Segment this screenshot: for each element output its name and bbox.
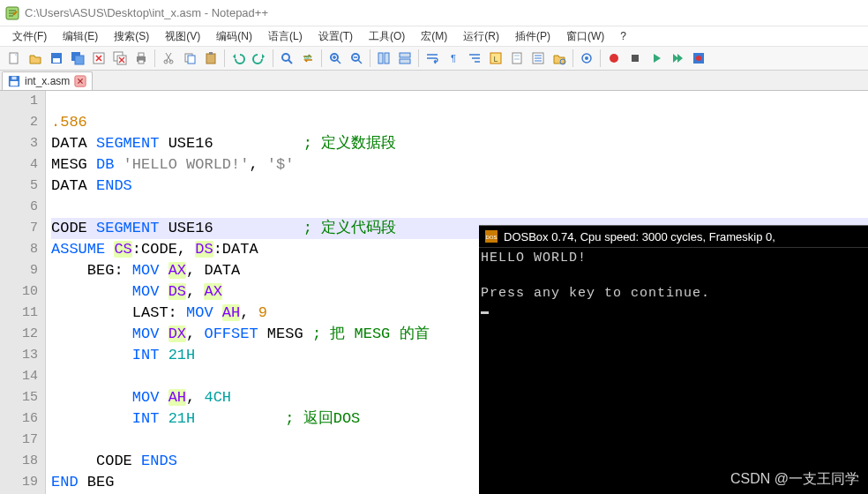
find-icon[interactable] — [276, 48, 297, 69]
code-token: ; 定义数据段 — [303, 135, 396, 152]
line-number: 16 — [0, 408, 38, 430]
svg-rect-11 — [138, 60, 144, 64]
code-token: ASSUME — [51, 241, 105, 258]
svg-rect-22 — [378, 53, 383, 64]
play-icon[interactable] — [646, 48, 667, 69]
close-all-icon[interactable] — [109, 48, 131, 69]
code-token — [51, 326, 132, 342]
code-token: , — [186, 389, 204, 406]
menu-item-1[interactable]: 编辑(E) — [56, 27, 105, 46]
tab-strip: int_x.asm — [0, 71, 868, 91]
code-line[interactable]: DATA ENDS — [51, 176, 868, 197]
save-macro-icon[interactable] — [688, 48, 709, 69]
print-icon[interactable] — [131, 48, 152, 69]
line-number: 14 — [0, 366, 38, 387]
code-token — [159, 326, 168, 342]
show-all-icon[interactable]: ¶ — [443, 48, 464, 69]
code-line[interactable] — [51, 91, 868, 112]
menu-item-7[interactable]: 工具(O) — [362, 27, 412, 46]
svg-rect-37 — [632, 55, 639, 62]
code-token: DX — [168, 326, 186, 342]
tab-file[interactable]: int_x.asm — [2, 71, 93, 90]
paste-icon[interactable] — [200, 48, 221, 69]
new-file-icon[interactable] — [4, 48, 25, 69]
replace-icon[interactable]: ab — [297, 48, 318, 69]
code-token — [159, 347, 168, 363]
record-icon[interactable] — [603, 48, 625, 69]
code-token: 4CH — [204, 389, 231, 406]
code-token: MESG — [51, 156, 96, 173]
sync-v-icon[interactable] — [373, 48, 394, 69]
sync-h-icon[interactable] — [394, 48, 415, 69]
code-token — [159, 262, 168, 279]
code-line[interactable]: DATA SEGMENT USE16 ; 定义数据段 — [51, 133, 868, 154]
line-number-gutter: 12345678910111213141516171819 — [0, 91, 46, 494]
dosbox-window[interactable]: DOS DOSBox 0.74, Cpu speed: 3000 cycles,… — [479, 225, 868, 494]
undo-icon[interactable] — [228, 48, 249, 69]
toolbar: ab¶L — [0, 46, 868, 71]
close-tab-icon[interactable] — [74, 75, 86, 87]
lang-icon[interactable]: L — [485, 48, 506, 69]
code-token: USE16 — [159, 220, 303, 236]
line-number: 6 — [0, 197, 38, 218]
code-token: DB — [96, 156, 114, 173]
open-icon[interactable] — [25, 48, 46, 69]
code-token: USE16 — [159, 135, 303, 152]
zoom-in-icon[interactable] — [325, 48, 346, 69]
code-line[interactable]: MESG DB 'HELLO WORLD!', '$' — [51, 154, 868, 176]
menu-item-4[interactable]: 编码(N) — [209, 27, 259, 46]
code-line[interactable]: .586 — [51, 112, 868, 133]
code-token: .586 — [51, 114, 87, 131]
close-icon[interactable] — [88, 48, 109, 69]
code-token: ENDS — [141, 453, 177, 469]
menu-item-5[interactable]: 语言(L) — [261, 27, 310, 46]
code-token: OFFSET — [204, 326, 258, 342]
code-token: DATA — [51, 135, 96, 152]
watermark: CSDN @一支王同学 — [730, 470, 859, 489]
menu-item-12[interactable]: ? — [613, 28, 633, 44]
menu-item-0[interactable]: 文件(F) — [5, 27, 54, 46]
svg-rect-3 — [53, 58, 60, 63]
menu-item-9[interactable]: 运行(R) — [456, 27, 506, 46]
cut-icon[interactable] — [158, 48, 179, 69]
code-token — [51, 347, 132, 363]
code-line[interactable] — [51, 197, 868, 218]
code-token: CODE — [51, 220, 96, 236]
menu-item-10[interactable]: 插件(P) — [508, 27, 557, 46]
code-token: 9 — [258, 304, 267, 321]
menu-item-3[interactable]: 视图(V) — [158, 27, 207, 46]
play-multi-icon[interactable] — [667, 48, 688, 69]
disk-icon — [8, 75, 20, 87]
dosbox-title: DOSBox 0.74, Cpu speed: 3000 cycles, Fra… — [504, 230, 775, 243]
monitor-icon[interactable] — [576, 48, 597, 69]
line-number: 7 — [0, 218, 38, 239]
func-list-icon[interactable] — [528, 48, 549, 69]
code-token: MESG — [258, 326, 312, 342]
menu-item-6[interactable]: 设置(T) — [311, 27, 360, 46]
wordwrap-icon[interactable] — [422, 48, 443, 69]
svg-rect-15 — [188, 56, 195, 64]
code-token — [159, 283, 168, 300]
stop-icon[interactable] — [625, 48, 646, 69]
svg-text:ab: ab — [304, 54, 311, 60]
save-icon[interactable] — [46, 48, 67, 69]
zoom-out-icon[interactable] — [346, 48, 367, 69]
redo-icon[interactable] — [249, 48, 270, 69]
folder-icon[interactable] — [549, 48, 570, 69]
menu-item-2[interactable]: 搜索(S) — [107, 27, 156, 46]
doc-map-icon[interactable] — [506, 48, 528, 69]
menu-item-8[interactable]: 宏(M) — [414, 27, 454, 46]
save-all-icon[interactable] — [67, 48, 88, 69]
svg-text:¶: ¶ — [451, 53, 456, 64]
line-number: 9 — [0, 260, 38, 281]
svg-rect-10 — [138, 53, 144, 56]
indent-guide-icon[interactable] — [464, 48, 485, 69]
dosbox-output-line1: HELLO WORLD! — [481, 251, 587, 266]
toolbar-separator — [572, 49, 573, 67]
menu-item-11[interactable]: 窗口(W) — [559, 27, 611, 46]
line-number: 15 — [0, 387, 38, 408]
dosbox-titlebar[interactable]: DOS DOSBox 0.74, Cpu speed: 3000 cycles,… — [479, 226, 868, 248]
code-token: :CODE, — [132, 241, 195, 258]
svg-text:L: L — [493, 55, 498, 64]
copy-icon[interactable] — [179, 48, 200, 69]
